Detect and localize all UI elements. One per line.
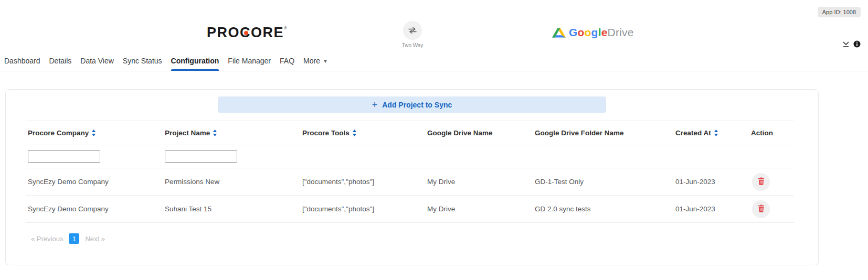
tab-more[interactable]: More▼ bbox=[303, 53, 328, 71]
current-page-indicator[interactable]: 1 bbox=[69, 233, 79, 244]
table-header-row: Procore Company Project Name Procore Too… bbox=[26, 121, 794, 145]
cell-project-name: Permissions New bbox=[163, 168, 300, 196]
tab-bar: Dashboard Details Data View Sync Status … bbox=[0, 52, 868, 71]
cell-google-drive-folder-name: GD-1-Test Only bbox=[533, 168, 673, 196]
sort-icon bbox=[352, 130, 357, 136]
column-header-action: Action bbox=[751, 129, 773, 137]
tab-sync-status[interactable]: Sync Status bbox=[123, 53, 162, 71]
configuration-panel: + Add Project to Sync Procore Company Pr… bbox=[5, 89, 819, 265]
drive-wordmark: Drive bbox=[608, 26, 634, 39]
column-header-project-name[interactable]: Project Name bbox=[165, 129, 217, 137]
trash-icon bbox=[758, 177, 765, 187]
project-name-filter-input[interactable] bbox=[165, 150, 237, 163]
delete-button[interactable] bbox=[752, 200, 770, 218]
cell-google-drive-name: My Drive bbox=[425, 168, 533, 196]
corner-actions bbox=[842, 40, 861, 48]
tab-configuration[interactable]: Configuration bbox=[171, 53, 219, 71]
chevron-down-icon: ▼ bbox=[323, 58, 328, 64]
header: PROCORE® Two Way GoogleDrive bbox=[0, 0, 868, 52]
registered-mark: ® bbox=[284, 26, 287, 30]
cell-created-at: 01-Jun-2023 bbox=[673, 196, 749, 223]
tab-file-manager[interactable]: File Manager bbox=[228, 53, 271, 71]
cell-procore-company: SyncEzy Demo Company bbox=[26, 168, 163, 196]
cell-google-drive-name: My Drive bbox=[425, 196, 533, 223]
sort-icon bbox=[213, 130, 217, 136]
table-row: SyncEzy Demo Company Permissions New ["d… bbox=[26, 168, 794, 196]
procore-logo-text-post: ORE bbox=[251, 25, 284, 41]
tab-details[interactable]: Details bbox=[49, 53, 72, 71]
info-icon[interactable] bbox=[853, 40, 861, 48]
sync-mode-label: Two Way bbox=[402, 42, 424, 48]
column-header-google-drive-folder-name: Google Drive Folder Name bbox=[535, 129, 624, 137]
next-page-button[interactable]: Next » bbox=[85, 235, 105, 243]
cell-created-at: 01-Jun-2023 bbox=[673, 168, 749, 196]
trash-icon bbox=[758, 204, 765, 214]
plus-icon: + bbox=[372, 100, 378, 110]
filter-row bbox=[26, 145, 794, 168]
procore-orange-dot bbox=[244, 31, 248, 35]
delete-button[interactable] bbox=[752, 173, 770, 191]
sync-direction-indicator: Two Way bbox=[399, 21, 426, 48]
google-drive-wordmark: GoogleDrive bbox=[569, 26, 634, 39]
pagination: « Previous 1 Next » bbox=[31, 233, 798, 244]
previous-page-button[interactable]: « Previous bbox=[31, 235, 63, 243]
procore-company-filter-input[interactable] bbox=[28, 150, 100, 163]
projects-sync-table: Procore Company Project Name Procore Too… bbox=[26, 121, 794, 223]
tab-data-view[interactable]: Data View bbox=[80, 53, 114, 71]
column-header-procore-tools[interactable]: Procore Tools bbox=[302, 129, 357, 137]
cell-procore-company: SyncEzy Demo Company bbox=[26, 196, 163, 223]
tab-dashboard[interactable]: Dashboard bbox=[4, 53, 40, 71]
column-header-procore-company[interactable]: Procore Company bbox=[28, 129, 96, 137]
cell-project-name: Suhani Test 15 bbox=[163, 196, 300, 223]
column-header-google-drive-name: Google Drive Name bbox=[427, 129, 493, 137]
two-way-sync-icon bbox=[403, 21, 422, 40]
table-row: SyncEzy Demo Company Suhani Test 15 ["do… bbox=[26, 196, 794, 223]
sort-icon bbox=[714, 130, 718, 136]
download-icon[interactable] bbox=[842, 41, 850, 48]
tab-faq[interactable]: FAQ bbox=[280, 53, 294, 71]
cell-procore-tools: ["documents","photos"] bbox=[300, 196, 425, 223]
procore-logo: PROCORE® bbox=[207, 25, 287, 41]
sort-icon bbox=[91, 130, 96, 136]
cell-procore-tools: ["documents","photos"] bbox=[300, 168, 425, 196]
add-project-to-sync-button[interactable]: + Add Project to Sync bbox=[218, 96, 606, 113]
column-header-created-at[interactable]: Created At bbox=[675, 129, 718, 137]
google-drive-triangle-icon bbox=[552, 28, 566, 38]
cell-google-drive-folder-name: GD 2.0 sync tests bbox=[533, 196, 673, 223]
procore-logo-text-pre: PRO bbox=[207, 25, 240, 41]
google-drive-logo: GoogleDrive bbox=[552, 26, 634, 39]
